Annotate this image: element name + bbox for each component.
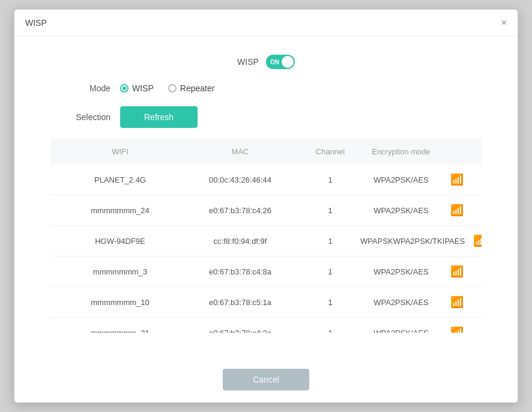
cell-mac-2: cc:f8:f0:94:df:9f: [180, 237, 300, 246]
cell-wifi-5: mmmmmmm_21: [60, 329, 180, 333]
dialog-title: WISP: [25, 18, 47, 28]
table-row[interactable]: PLANET_2.4G 00:0c:43:26:46:44 1 WPA2PSK/…: [50, 165, 482, 195]
table-row[interactable]: mmmmmmm_3 e0:67:b3:78:c4:8a 1 WPA2PSK/AE…: [50, 256, 482, 287]
header-signal: [442, 147, 472, 156]
header-encryption: Encryption mode: [360, 147, 442, 156]
dialog-body: WISP ON Mode WISP Repeater Select: [14, 37, 518, 351]
wisp-toggle-label: WISP: [237, 57, 259, 67]
mode-repeater-option[interactable]: Repeater: [168, 83, 215, 93]
cell-encryption-2: WPAPSKWPA2PSK/TKIPAES: [360, 237, 465, 246]
wifi-signal-icon-2: 📶: [465, 234, 482, 247]
cell-wifi-4: mmmmmmm_10: [60, 298, 180, 307]
cell-channel-4: 1: [300, 298, 360, 307]
toggle-on-text: ON: [270, 59, 279, 65]
cell-mac-0: 00:0c:43:26:46:44: [180, 175, 300, 184]
mode-repeater-label: Repeater: [180, 83, 215, 93]
cell-channel-0: 1: [300, 175, 360, 184]
mode-wisp-option[interactable]: WISP: [120, 83, 154, 93]
wifi-signal-icon-4: 📶: [442, 295, 472, 309]
selection-row: Selection Refresh: [50, 106, 482, 128]
dialog-titlebar: WISP ×: [14, 10, 518, 37]
table-header: WIFI MAC Channel Encryption mode: [50, 139, 482, 165]
dialog-footer: Cancel: [14, 357, 518, 402]
cell-wifi-0: PLANET_2.4G: [60, 175, 180, 184]
cell-wifi-2: HGW-94DF9E: [60, 237, 180, 246]
cancel-button[interactable]: Cancel: [223, 369, 309, 390]
mode-row: Mode WISP Repeater: [50, 83, 482, 93]
selection-label: Selection: [50, 112, 110, 122]
cell-encryption-1: WPA2PSK/AES: [360, 206, 442, 215]
cell-encryption-0: WPA2PSK/AES: [360, 175, 442, 184]
cell-mac-4: e0:67:b3:78:c5:1a: [180, 298, 300, 307]
cell-channel-5: 1: [300, 329, 360, 333]
mode-wisp-radio[interactable]: [120, 84, 128, 92]
cell-mac-1: e0:67:b3:78:c4:26: [180, 206, 300, 215]
wifi-signal-icon-3: 📶: [442, 265, 472, 278]
cell-encryption-3: WPA2PSK/AES: [360, 267, 442, 276]
table-row[interactable]: mmmmmmm_24 e0:67:b3:78:c4:26 1 WPA2PSK/A…: [50, 195, 482, 226]
wifi-signal-icon-0: 📶: [442, 173, 472, 186]
table-row[interactable]: mmmmmmm_21 e0:67:b3:78:c4:2a 1 WPA2PSK/A…: [50, 318, 482, 333]
refresh-button[interactable]: Refresh: [120, 106, 198, 128]
mode-label: Mode: [50, 83, 110, 93]
cell-wifi-3: mmmmmmm_3: [60, 267, 180, 276]
wisp-dialog: WISP × WISP ON Mode WISP Repeater: [14, 9, 518, 403]
wifi-signal-icon-5: 📶: [442, 326, 472, 333]
cell-channel-2: 1: [300, 237, 360, 246]
header-mac: MAC: [180, 147, 300, 156]
wisp-toggle-switch[interactable]: ON: [266, 55, 295, 69]
cell-encryption-4: WPA2PSK/AES: [360, 298, 442, 307]
cell-channel-1: 1: [300, 206, 360, 215]
cell-channel-3: 1: [300, 267, 360, 276]
cell-encryption-5: WPA2PSK/AES: [360, 329, 442, 333]
header-channel: Channel: [300, 147, 360, 156]
table-row[interactable]: mmmmmmm_10 e0:67:b3:78:c5:1a 1 WPA2PSK/A…: [50, 287, 482, 318]
table-body[interactable]: PLANET_2.4G 00:0c:43:26:46:44 1 WPA2PSK/…: [50, 165, 482, 333]
mode-wisp-label: WISP: [132, 83, 154, 93]
mode-repeater-radio[interactable]: [168, 84, 177, 92]
wifi-signal-icon-1: 📶: [442, 204, 472, 217]
table-row[interactable]: HGW-94DF9E cc:f8:f0:94:df:9f 1 WPAPSKWPA…: [50, 226, 482, 256]
cell-wifi-1: mmmmmmm_24: [60, 206, 180, 215]
cell-mac-3: e0:67:b3:78:c4:8a: [180, 267, 300, 276]
close-button[interactable]: ×: [501, 18, 507, 28]
mode-radio-group: WISP Repeater: [120, 83, 214, 93]
wifi-table-container: WIFI MAC Channel Encryption mode PLANET_…: [50, 139, 482, 333]
wisp-toggle-row: WISP ON: [50, 55, 482, 69]
toggle-knob: [282, 56, 294, 68]
header-wifi: WIFI: [60, 147, 180, 156]
cell-mac-5: e0:67:b3:78:c4:2a: [180, 329, 300, 333]
